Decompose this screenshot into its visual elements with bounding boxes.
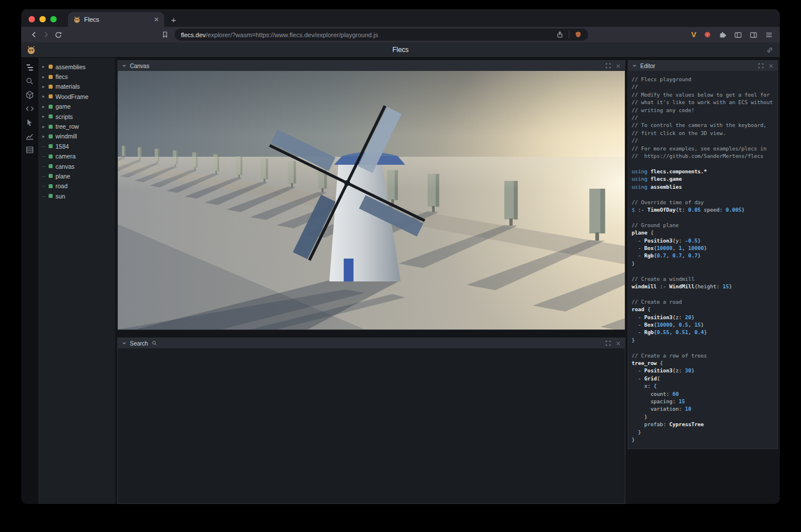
expander-icon[interactable]: ▸	[42, 134, 49, 139]
code-editor[interactable]: // Flecs playground//// Modify the value…	[628, 71, 778, 448]
close-icon[interactable]	[616, 63, 621, 69]
sidebar-icon[interactable]	[734, 31, 742, 39]
flecs-logo-icon	[26, 45, 36, 55]
tree-item-assemblies[interactable]: ▸assemblies	[38, 62, 115, 72]
address-bar[interactable]: flecs.dev/explorer/?wasm=https://www.fle…	[175, 29, 588, 41]
page-title: Flecs	[21, 46, 780, 54]
expander-icon[interactable]: ▸	[42, 124, 49, 129]
window-controls	[29, 16, 57, 22]
profile-icon[interactable]	[704, 31, 711, 38]
extensions-puzzle-icon[interactable]	[719, 31, 727, 39]
entity-square-icon	[49, 85, 53, 89]
entity-square-icon	[49, 144, 53, 148]
tree-item-canvas[interactable]: –canvas	[38, 161, 115, 171]
entity-tree-icon[interactable]	[25, 63, 34, 72]
shield-icon[interactable]	[574, 31, 582, 38]
close-window-button[interactable]	[29, 16, 35, 22]
code-line: // Override time of day	[632, 198, 778, 206]
tree-item-scripts[interactable]: ▸scripts	[38, 112, 115, 121]
expand-icon[interactable]	[605, 340, 611, 346]
editor-column: Editor // Flecs playground//// Modify th…	[628, 60, 778, 504]
reload-icon[interactable]	[52, 29, 64, 41]
code-line: // For more examples, see examples/plecs…	[632, 145, 778, 152]
entity-tree-panel: ▸assemblies▸flecs▸materials▸WoodFrame▸ga…	[38, 58, 115, 504]
menu-hamburger-icon[interactable]	[765, 31, 773, 39]
tree-item-sun[interactable]: –sun	[38, 191, 115, 201]
back-icon[interactable]	[28, 29, 40, 41]
new-tab-button[interactable]: +	[171, 15, 176, 24]
pointer-icon[interactable]	[25, 118, 34, 127]
leaf-dash-icon: –	[42, 183, 49, 189]
tree-item-label: canvas	[55, 163, 74, 170]
search-results-area[interactable]	[118, 348, 625, 503]
table-icon[interactable]	[25, 145, 34, 154]
main-column: Canvas	[117, 60, 625, 504]
3d-scene	[118, 71, 625, 329]
canvas-panel-title: Canvas	[130, 63, 149, 69]
tree-item-tree_row[interactable]: ▸tree_row	[38, 121, 115, 131]
entity-square-icon	[49, 75, 53, 79]
tab-strip: Flecs ✕ +	[21, 9, 780, 27]
code-line: // To control the camera with the keyboa…	[632, 121, 778, 129]
tree-item-label: flecs	[55, 73, 68, 80]
tree-item-game[interactable]: ▸game	[38, 102, 115, 112]
leaf-dash-icon: –	[42, 173, 49, 179]
expander-icon[interactable]: ▸	[42, 64, 49, 69]
close-icon[interactable]	[616, 341, 621, 346]
code-line: - Position3{z: 30}	[632, 367, 778, 374]
code-line: prefab: CypressTree	[632, 420, 778, 428]
v-badge-icon[interactable]: V	[691, 30, 696, 39]
tree-item-1584[interactable]: –1584	[38, 141, 115, 151]
chevron-down-icon[interactable]	[122, 63, 126, 68]
expander-icon[interactable]: ▸	[42, 84, 49, 89]
tree-item-label: sun	[55, 193, 65, 200]
search-icon[interactable]	[25, 77, 34, 86]
url-path: /explorer/?wasm=https://www.flecs.dev/ex…	[206, 31, 378, 38]
tree-item-label: scripts	[55, 113, 73, 120]
tree-item-WoodFrame[interactable]: ▸WoodFrame	[38, 92, 115, 101]
expander-icon[interactable]: ▸	[42, 94, 49, 99]
forward-icon[interactable]	[40, 29, 52, 41]
share-icon[interactable]	[556, 31, 564, 38]
panel-icon[interactable]	[750, 31, 758, 39]
url-domain: flecs.dev	[181, 31, 205, 38]
expander-icon[interactable]: ▸	[42, 104, 49, 109]
bookmark-icon[interactable]	[159, 29, 171, 41]
entity-square-icon	[49, 194, 53, 198]
expander-icon[interactable]: ▸	[42, 74, 49, 80]
code-line: - Rgb{0.55, 0.51, 0.4}	[632, 328, 778, 336]
code-line: }	[632, 260, 778, 267]
tree-item-plane[interactable]: –plane	[38, 171, 115, 181]
tree-item-road[interactable]: –road	[38, 181, 115, 191]
code-icon[interactable]	[25, 104, 34, 113]
code-line: - Box{10000, 1, 10000}	[632, 244, 778, 252]
maximize-window-button[interactable]	[50, 16, 57, 22]
share-link-icon[interactable]	[766, 46, 774, 54]
tree-item-flecs[interactable]: ▸flecs	[38, 72, 115, 81]
close-icon[interactable]	[768, 63, 774, 69]
code-line: x: {	[632, 382, 778, 390]
tree-item-materials[interactable]: ▸materials	[38, 82, 115, 92]
chevron-down-icon[interactable]	[122, 341, 126, 346]
chevron-down-icon[interactable]	[632, 63, 637, 68]
tab-close-icon[interactable]: ✕	[154, 17, 159, 23]
expand-icon[interactable]	[605, 63, 611, 69]
tree-item-camera[interactable]: –camera	[38, 152, 115, 161]
tree-item-windmill[interactable]: ▸windmill	[38, 132, 115, 141]
tab-favicon-flecs-logo-icon	[73, 16, 81, 23]
3d-canvas[interactable]	[118, 71, 625, 329]
code-line: plane {	[632, 229, 778, 236]
canvas-panel: Canvas	[117, 60, 625, 330]
cube-icon[interactable]	[25, 90, 34, 100]
expander-icon[interactable]: ▸	[42, 114, 49, 119]
code-line: - Grid{	[632, 375, 778, 382]
code-line: $ :- TimeOfDay{t: 0.05 speed: 0.005}	[632, 206, 778, 213]
browser-tab[interactable]: Flecs ✕	[68, 12, 164, 27]
minimize-window-button[interactable]	[39, 16, 46, 22]
browser-toolbar: flecs.dev/explorer/?wasm=https://www.fle…	[21, 27, 780, 42]
expand-icon[interactable]	[758, 63, 764, 69]
entity-square-icon	[49, 125, 53, 129]
tree-item-label: windmill	[55, 133, 77, 140]
chart-icon[interactable]	[25, 132, 34, 141]
tree-item-label: plane	[55, 173, 70, 180]
